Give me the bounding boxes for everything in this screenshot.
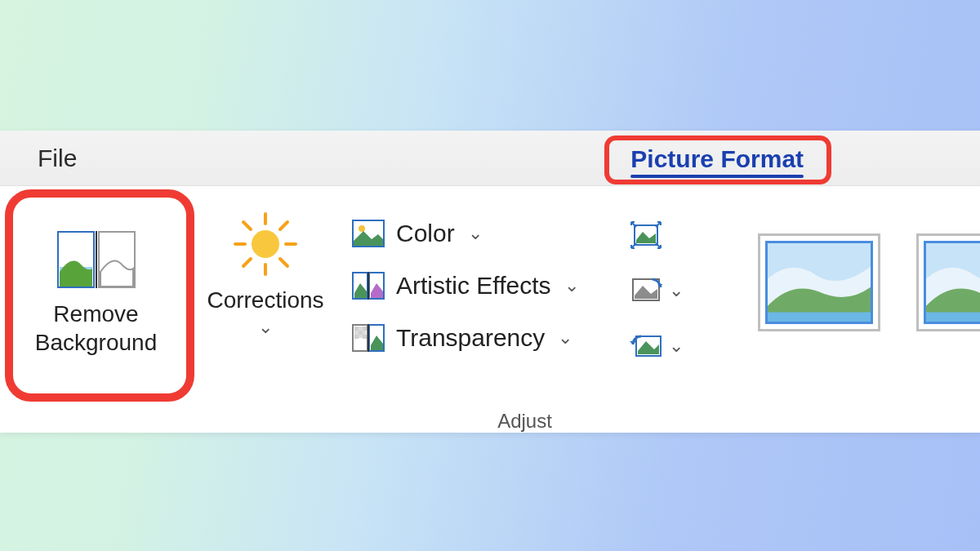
remove-background-label: Remove Background — [35, 300, 157, 357]
svg-rect-24 — [354, 335, 359, 339]
chevron-down-icon: ⌄ — [564, 275, 579, 296]
svg-rect-21 — [354, 327, 359, 331]
corrections-label: Corrections — [207, 287, 323, 313]
reset-picture-icon — [630, 331, 662, 361]
group-remove-background: Remove Background — [0, 186, 192, 433]
chevron-down-icon: ⌄ — [669, 335, 684, 357]
artistic-effects-button[interactable]: Artistic Effects ⌄ — [352, 266, 620, 305]
chevron-down-icon: ⌄ — [558, 327, 572, 349]
svg-point-12 — [252, 230, 279, 258]
picture-style-preview-icon — [924, 241, 980, 324]
svg-line-8 — [243, 222, 251, 229]
group-corrections: Corrections ⌄ — [192, 186, 339, 433]
chevron-down-icon: ⌄ — [468, 223, 483, 244]
compress-pictures-button[interactable] — [630, 217, 662, 253]
sun-icon — [232, 211, 299, 278]
picture-styles-gallery — [728, 196, 980, 331]
svg-line-10 — [243, 259, 251, 266]
svg-rect-1 — [99, 232, 135, 287]
svg-line-9 — [280, 259, 287, 266]
artistic-effects-label: Artistic Effects — [396, 272, 551, 300]
compress-pictures-icon — [630, 220, 662, 250]
tab-picture-format-label: Picture Format — [630, 145, 804, 172]
tab-bar: File Picture Format — [0, 131, 980, 186]
adjust-tools: ⌄ ⌄ — [625, 196, 702, 364]
chevron-down-icon: ⌄ — [669, 280, 684, 301]
remove-background-icon — [57, 231, 136, 288]
remove-background-button[interactable]: Remove Background — [8, 196, 184, 392]
ribbon-body: Remove Background — [0, 186, 980, 433]
change-picture-icon — [630, 276, 662, 305]
color-label: Color — [396, 220, 455, 247]
svg-line-11 — [280, 222, 287, 229]
corrections-button[interactable]: Corrections ⌄ — [196, 196, 335, 338]
tab-file[interactable]: File — [23, 138, 91, 179]
ribbon: File Picture Format — [0, 131, 980, 433]
picture-color-icon — [352, 220, 385, 247]
adjust-group-label: Adjust — [339, 410, 710, 433]
reset-picture-button[interactable]: ⌄ — [630, 328, 684, 364]
picture-style-preview-icon — [765, 241, 873, 324]
group-picture-styles — [720, 186, 980, 433]
svg-rect-23 — [359, 331, 363, 335]
color-button[interactable]: Color ⌄ — [352, 214, 620, 253]
transparency-icon — [352, 324, 385, 352]
svg-rect-31 — [768, 312, 871, 322]
svg-rect-25 — [363, 335, 367, 339]
picture-style-item[interactable] — [916, 233, 980, 331]
artistic-effects-icon — [352, 272, 385, 300]
group-adjust: Color ⌄ Artistic Effects ⌄ — [339, 186, 710, 433]
svg-point-14 — [359, 225, 365, 232]
svg-rect-22 — [363, 327, 367, 331]
chevron-down-icon: ⌄ — [258, 317, 273, 338]
transparency-button[interactable]: Transparency ⌄ — [352, 318, 620, 358]
change-picture-button[interactable]: ⌄ — [630, 273, 684, 309]
picture-style-item[interactable] — [758, 233, 880, 331]
adjust-stack: Color ⌄ Artistic Effects ⌄ — [347, 196, 625, 358]
tab-picture-format[interactable]: Picture Format — [614, 140, 820, 176]
svg-rect-33 — [926, 312, 980, 322]
transparency-label: Transparency — [396, 324, 545, 352]
